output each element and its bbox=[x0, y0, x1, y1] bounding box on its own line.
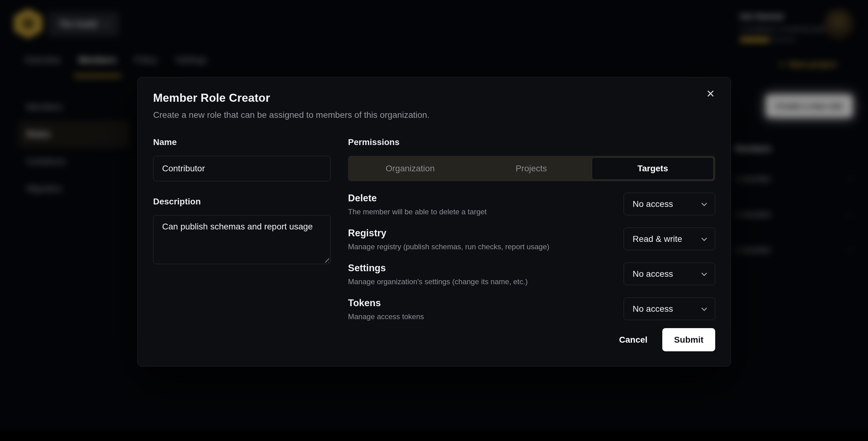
permissions-tablist: Organization Projects Targets bbox=[348, 156, 715, 181]
name-input[interactable] bbox=[153, 156, 331, 181]
chevron-down-icon bbox=[701, 235, 707, 241]
dialog-footer: Cancel Submit bbox=[608, 328, 715, 351]
permission-description: Manage registry (publish schemas, run ch… bbox=[348, 243, 549, 251]
permissions-tab-targets[interactable]: Targets bbox=[592, 157, 714, 180]
form-left-column: Name Description Can publish schemas and… bbox=[153, 137, 331, 321]
form-right-column: Permissions Organization Projects Target… bbox=[348, 137, 715, 321]
chevron-down-icon bbox=[701, 270, 707, 276]
description-field-frame: Can publish schemas and report usage bbox=[153, 215, 331, 264]
permission-title: Delete bbox=[348, 193, 487, 204]
permission-info: Delete The member will be able to delete… bbox=[348, 193, 487, 216]
permission-row-tokens: Tokens Manage access tokens No access bbox=[348, 297, 715, 321]
close-icon[interactable]: ✕ bbox=[702, 85, 719, 102]
permission-title: Settings bbox=[348, 262, 528, 274]
permissions-label: Permissions bbox=[348, 137, 715, 147]
submit-button[interactable]: Submit bbox=[662, 328, 715, 351]
delete-access-select[interactable]: No access bbox=[624, 193, 715, 215]
cancel-button[interactable]: Cancel bbox=[608, 328, 658, 351]
chevron-down-icon bbox=[701, 200, 707, 206]
permission-row-settings: Settings Manage organization's settings … bbox=[348, 262, 715, 286]
permission-description: Manage organization's settings (change i… bbox=[348, 277, 528, 286]
app-screen: The Guild Get Started 2 completed, 3 rem… bbox=[0, 0, 868, 441]
permissions-tab-organization[interactable]: Organization bbox=[349, 157, 471, 180]
description-textarea[interactable]: Can publish schemas and report usage bbox=[153, 216, 330, 264]
select-value: No access bbox=[632, 199, 673, 209]
permission-info: Tokens Manage access tokens bbox=[348, 297, 424, 321]
dialog-title: Member Role Creator bbox=[153, 92, 715, 104]
select-value: No access bbox=[632, 304, 673, 314]
select-value: No access bbox=[632, 269, 673, 279]
chevron-down-icon bbox=[701, 305, 707, 311]
name-label: Name bbox=[153, 137, 331, 147]
permission-description: Manage access tokens bbox=[348, 312, 424, 321]
permission-title: Registry bbox=[348, 228, 549, 239]
role-form: Name Description Can publish schemas and… bbox=[153, 137, 715, 321]
registry-access-select[interactable]: Read & write bbox=[624, 228, 715, 250]
select-value: Read & write bbox=[632, 234, 682, 244]
permission-description: The member will be able to delete a targ… bbox=[348, 208, 487, 216]
permission-row-delete: Delete The member will be able to delete… bbox=[348, 193, 715, 216]
member-role-creator-dialog: Member Role Creator Create a new role th… bbox=[137, 77, 731, 367]
settings-access-select[interactable]: No access bbox=[624, 262, 715, 285]
tokens-access-select[interactable]: No access bbox=[624, 297, 715, 320]
dialog-subtitle: Create a new role that can be assigned t… bbox=[153, 110, 715, 120]
permissions-tab-projects[interactable]: Projects bbox=[471, 157, 592, 180]
permission-info: Registry Manage registry (publish schema… bbox=[348, 228, 549, 251]
permission-title: Tokens bbox=[348, 297, 424, 309]
permission-row-registry: Registry Manage registry (publish schema… bbox=[348, 228, 715, 251]
description-label: Description bbox=[153, 197, 331, 207]
permission-info: Settings Manage organization's settings … bbox=[348, 262, 528, 286]
